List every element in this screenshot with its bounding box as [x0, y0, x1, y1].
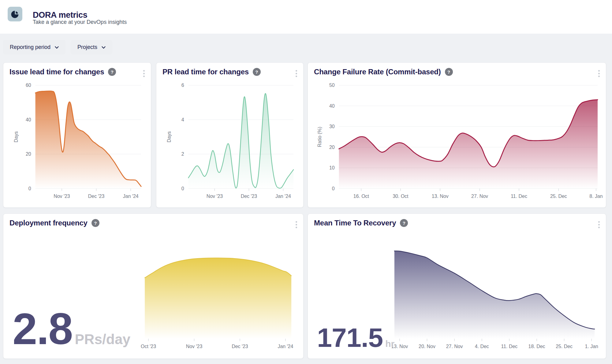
svg-text:4: 4 — [181, 117, 184, 122]
reporting-period-dropdown[interactable]: Reporting period — [3, 40, 65, 54]
svg-text:18. Dec: 18. Dec — [528, 344, 545, 349]
page-title: DORA metrics — [33, 10, 87, 20]
page-subtitle: Take a glance at your DevOps insights — [33, 19, 127, 25]
card-title: Mean Time To Recovery — [314, 219, 396, 227]
chevron-down-icon — [55, 46, 59, 49]
svg-text:20: 20 — [26, 151, 31, 157]
svg-text:20: 20 — [329, 145, 335, 150]
help-icon[interactable]: ? — [91, 219, 99, 227]
card-header: Mean Time To Recovery ? — [314, 219, 408, 227]
svg-text:0: 0 — [332, 186, 335, 191]
svg-text:20. Nov: 20. Nov — [419, 344, 435, 349]
svg-text:0: 0 — [181, 186, 184, 191]
projects-dropdown[interactable]: Projects — [71, 40, 112, 54]
svg-text:Nov '23: Nov '23 — [207, 194, 223, 199]
svg-text:27. Nov: 27. Nov — [446, 344, 463, 349]
pr-lead-time-card: PR lead time for changes ? 0246DaysNov '… — [156, 62, 304, 208]
metric-value: 171.5 — [317, 324, 383, 351]
svg-text:50: 50 — [329, 83, 335, 88]
pie-chart-icon — [8, 7, 22, 21]
svg-text:Days: Days — [166, 131, 172, 142]
svg-text:30. Oct: 30. Oct — [393, 194, 409, 199]
reporting-period-label: Reporting period — [10, 44, 50, 50]
card-header: Deployment frequency ? — [9, 219, 99, 227]
chevron-down-icon — [102, 46, 106, 49]
svg-text:16. Oct: 16. Oct — [353, 194, 369, 199]
kebab-menu-icon[interactable] — [294, 220, 298, 229]
svg-text:11. Dec: 11. Dec — [501, 344, 518, 349]
filter-bar: Reporting period Projects — [3, 40, 112, 54]
svg-text:25. Dec: 25. Dec — [556, 344, 573, 349]
deployment-frequency-metric: 2.8 PRs/day — [13, 307, 130, 351]
svg-text:Jan '24: Jan '24 — [275, 194, 291, 199]
kebab-menu-icon[interactable] — [597, 220, 601, 229]
svg-text:Ratio (%): Ratio (%) — [317, 127, 322, 147]
svg-text:8. Jan: 8. Jan — [589, 194, 603, 199]
svg-text:40: 40 — [329, 103, 335, 109]
issue-lead-time-chart: 0204060DaysNov '23Dec '23Jan '24 — [3, 63, 151, 207]
card-title: PR lead time for changes — [162, 68, 249, 76]
change-failure-rate-chart: 01020304050Ratio (%)16. Oct30. Oct13. No… — [308, 63, 606, 207]
svg-text:60: 60 — [26, 83, 31, 88]
svg-text:11. Dec: 11. Dec — [511, 194, 527, 199]
svg-text:Nov '23: Nov '23 — [54, 194, 70, 199]
card-header: Change Failure Rate (Commit-based) ? — [314, 68, 453, 76]
svg-text:25. Dec: 25. Dec — [550, 194, 567, 199]
svg-text:Jan '24: Jan '24 — [278, 344, 293, 349]
svg-text:2: 2 — [181, 151, 184, 157]
help-icon[interactable]: ? — [253, 68, 261, 76]
svg-text:6: 6 — [181, 83, 184, 88]
page-header: DORA metrics Take a glance at your DevOp… — [0, 0, 612, 34]
kebab-menu-icon[interactable] — [142, 69, 146, 78]
svg-text:Days: Days — [13, 131, 19, 142]
help-icon[interactable]: ? — [400, 219, 408, 227]
svg-text:40: 40 — [26, 117, 31, 122]
svg-text:4. Dec: 4. Dec — [475, 344, 489, 349]
deployment-frequency-card: Deployment frequency ? Oct '23Nov '23Dec… — [3, 214, 304, 359]
svg-text:13. Nov: 13. Nov — [432, 194, 449, 199]
metric-value: 2.8 — [13, 307, 73, 351]
svg-text:0: 0 — [28, 186, 31, 191]
svg-text:Dec '23: Dec '23 — [241, 194, 257, 199]
card-title: Deployment frequency — [9, 219, 88, 227]
change-failure-rate-card: Change Failure Rate (Commit-based) ? 010… — [308, 62, 606, 208]
metric-unit: PRs/day — [75, 331, 131, 347]
svg-text:10: 10 — [329, 165, 335, 170]
card-title: Issue lead time for changes — [9, 68, 104, 76]
metric-unit: hr — [385, 339, 394, 349]
svg-text:30: 30 — [329, 124, 335, 129]
mean-time-to-recovery-card: Mean Time To Recovery ? 13. Nov20. Nov27… — [308, 214, 606, 359]
svg-text:Dec '23: Dec '23 — [88, 194, 105, 199]
card-header: PR lead time for changes ? — [162, 68, 261, 76]
mttr-metric: 171.5 hr — [317, 324, 394, 351]
svg-text:Oct '23: Oct '23 — [141, 344, 156, 349]
card-title: Change Failure Rate (Commit-based) — [314, 68, 441, 76]
svg-text:Dec '23: Dec '23 — [232, 344, 248, 349]
kebab-menu-icon[interactable] — [294, 69, 298, 78]
card-header: Issue lead time for changes ? — [9, 68, 116, 76]
svg-text:Jan '24: Jan '24 — [123, 194, 139, 199]
pr-lead-time-chart: 0246DaysNov '23Dec '23Jan '24 — [156, 63, 303, 207]
help-icon[interactable]: ? — [445, 68, 453, 76]
projects-label: Projects — [77, 44, 97, 50]
pie-chart-glyph — [11, 10, 19, 18]
kebab-menu-icon[interactable] — [597, 69, 601, 78]
svg-text:Nov '23: Nov '23 — [186, 344, 203, 349]
help-icon[interactable]: ? — [108, 68, 116, 76]
svg-text:1. Jan: 1. Jan — [585, 344, 598, 349]
svg-text:27. Nov: 27. Nov — [471, 194, 488, 199]
issue-lead-time-card: Issue lead time for changes ? 0204060Day… — [3, 62, 151, 208]
